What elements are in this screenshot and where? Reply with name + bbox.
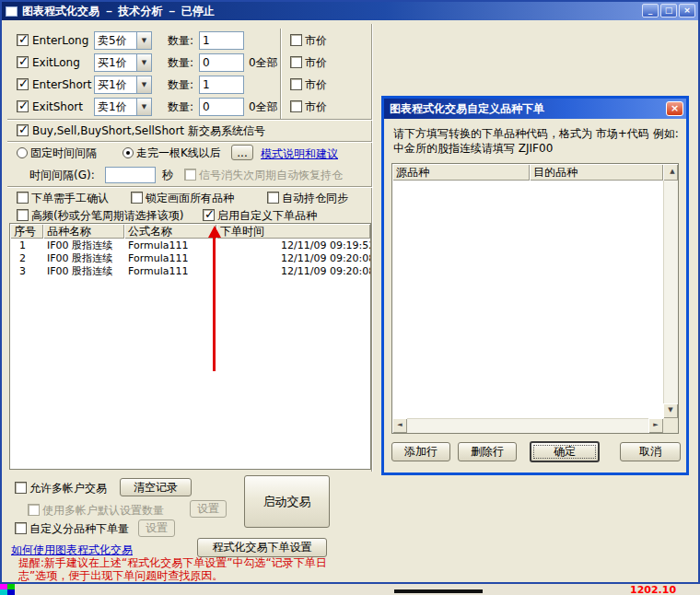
interval-row: 时间间隔(G): 秒 信号消失次周期自动恢复持仓 [2,165,379,185]
chevron-down-icon[interactable]: ▼ [136,32,151,49]
scrollbar-corner [663,418,678,433]
cell-seq: 3 [10,265,43,278]
auto-sync-checkbox[interactable] [267,192,279,204]
entershort-qty-input[interactable] [199,76,244,94]
header-source-symbol: 源品种 [392,164,530,181]
multi-default-qty-label: 使用多帐户默认设置数量 [42,500,164,520]
orders-table: 序号 品种名称 公式名称 下单时间 1 IF00 股指连续 Formula111… [9,223,371,470]
cell-time: 12/11/09 09:20:08 [216,265,370,278]
multi-account-checkbox[interactable] [15,482,27,494]
market-label: 市价 [305,30,327,51]
enterlong-market-checkbox[interactable] [290,34,302,46]
entershort-market-checkbox[interactable] [290,78,302,90]
pixel-artifact [7,589,15,595]
header-symbol: 品种名称 [43,224,124,239]
timing-row: 固定时间间隔 走完一根K线以后 ... 模式说明和建议 [2,143,379,163]
clear-records-button[interactable]: 清空记录 [120,478,192,496]
dialog-titlebar[interactable]: 图表程式化交易自定义品种下单 [384,99,686,119]
delete-row-button[interactable]: 删除行 [458,442,517,461]
qty-label: 数量: [168,75,193,95]
table-row[interactable]: 2 IF00 股指连续 Formula111 12/11/09 09:20:08 [10,252,370,265]
seconds-label: 秒 [162,165,173,185]
exitlong-checkbox[interactable] [17,56,29,68]
window-title: 图表程式化交易 － 技术分析 － 已停止 [22,4,215,19]
header-time: 下单时间 [216,224,370,239]
cell-symbol: IF00 股指连续 [43,239,124,252]
interval-input[interactable] [105,167,156,183]
exitshort-market-checkbox[interactable] [290,100,302,112]
horizontal-scrollbar[interactable]: ◄ ► [392,418,678,433]
exitlong-price-select[interactable]: 买1价 ▼ [94,53,152,72]
dialog-close-button[interactable]: × [666,101,683,116]
minimize-button[interactable]: _ [642,4,659,18]
enterlong-qty-input[interactable] [199,31,244,50]
signal-label: Buy,Sell,BuyShort,SellShort 新交易系统信号 [32,121,265,141]
add-row-button[interactable]: 添加行 [391,442,450,461]
set-per-symbol-button[interactable]: 设置 [138,519,175,537]
high-freq-checkbox[interactable] [17,209,29,221]
main-titlebar[interactable]: 图表程式化交易 － 技术分析 － 已停止 _ □ × [2,2,698,20]
scroll-left-icon[interactable]: ◄ [392,418,407,433]
chevron-down-icon[interactable]: ▼ [136,99,151,115]
table-row[interactable]: 1 IF00 股指连续 Formula111 12/11/09 09:19:52 [10,239,370,252]
vertical-scrollbar[interactable]: ▼ [663,181,678,418]
entershort-price-select[interactable]: 买1价 ▼ [94,76,152,94]
ok-button[interactable]: 确定 [530,441,600,462]
multi-default-qty-checkbox[interactable] [28,504,40,516]
dialog-title: 图表程式化交易自定义品种下单 [390,102,544,115]
set-multi-qty-button[interactable]: 设置 [190,500,227,518]
fixed-interval-radio[interactable] [17,147,28,158]
header-seq: 序号 [10,224,43,239]
cell-time: 12/11/09 09:19:52 [216,239,370,252]
custom-per-symbol-checkbox[interactable] [15,522,27,534]
fixed-interval-label: 固定时间间隔 [30,143,97,163]
entershort-label: EnterShort [32,75,91,95]
qty-label: 数量: [168,30,193,51]
exitlong-qty-input[interactable] [199,53,244,72]
maximize-button[interactable]: □ [660,4,677,18]
cell-formula: Formula111 [124,252,216,265]
header-formula: 公式名称 [124,224,216,239]
exitshort-qty-input[interactable] [199,98,244,116]
entershort-checkbox[interactable] [17,78,29,90]
mapping-table-header: 源品种 目的品种 ▲ [392,164,678,181]
enterlong-price-select[interactable]: 卖5价 ▼ [94,31,152,50]
scroll-down-icon[interactable]: ▼ [663,403,678,418]
signal-checkbox[interactable] [17,124,29,136]
restore-position-checkbox[interactable] [184,169,196,181]
multi-account-label: 允许多帐户交易 [29,478,107,498]
divider [280,29,282,119]
horizontal-scroll-track[interactable] [407,418,648,433]
table-row[interactable]: 3 IF00 股指连续 Formula111 12/11/09 09:20:08 [10,265,370,278]
restore-position-label: 信号消失次周期自动恢复持仓 [199,165,343,185]
exitlong-market-checkbox[interactable] [290,56,302,68]
exitshort-label: ExitShort [32,97,83,117]
price-value: 卖5价 [95,33,136,49]
qty-label: 数量: [168,97,193,117]
cell-symbol: IF00 股指连续 [43,252,124,265]
custom-symbol-dialog: 图表程式化交易自定义品种下单 × 请下方填写转换的下单品种代码，格式为 市场+代… [381,96,689,475]
after-kline-radio[interactable] [122,147,134,158]
app-icon [6,6,18,17]
scroll-up-icon[interactable]: ▲ [663,164,678,181]
exitlong-label: ExitLong [32,52,80,73]
more-options-button[interactable]: ... [231,145,253,160]
close-all-hint: 0全部 [249,97,278,117]
market-label: 市价 [305,97,327,117]
scroll-right-icon[interactable]: ► [648,418,663,433]
chevron-down-icon[interactable]: ▼ [136,54,151,71]
order-settings-button[interactable]: 程式化交易下单设置 [197,538,327,557]
enterlong-checkbox[interactable] [17,34,29,46]
manual-confirm-checkbox[interactable] [17,192,29,204]
mode-help-link[interactable]: 模式说明和建议 [261,146,338,162]
lock-all-checkbox[interactable] [131,192,143,204]
custom-symbol-checkbox[interactable] [203,209,215,221]
chevron-down-icon[interactable]: ▼ [136,76,151,93]
qty-label: 数量: [168,52,193,73]
exitshort-price-select[interactable]: 卖1价 ▼ [94,98,152,116]
exitshort-checkbox[interactable] [17,100,29,112]
close-button[interactable]: × [679,4,695,18]
cancel-button[interactable]: 取消 [620,442,681,461]
divider [371,24,373,472]
start-trading-button[interactable]: 启动交易 [244,475,330,528]
